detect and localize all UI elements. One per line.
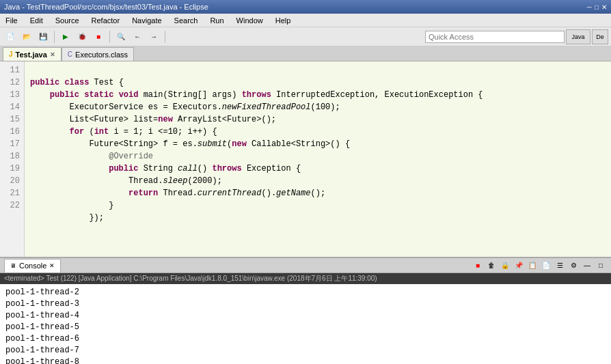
title-text: Java - TestThreadPool/src/com/bjsx/test0… [4,3,208,11]
code-line-17: @Override [30,152,153,161]
toolbar-save[interactable]: 💾 [36,29,51,44]
output-line-6: pool-1-thread-7 [5,345,606,356]
output-line-3: pool-1-thread-4 [5,310,606,322]
output-line-5: pool-1-thread-6 [5,333,606,345]
line-num-19: 19 [4,163,20,175]
code-line-19: Thread.sleep(2000); [30,176,222,186]
code-line-22: }); [30,213,104,223]
code-line-21: } [30,201,113,210]
line-num-16: 16 [4,126,20,138]
menu-run[interactable]: Run [207,16,226,25]
menu-bar: File Edit Source Refactor Navigate Searc… [0,14,611,27]
menu-navigate[interactable]: Navigate [129,16,164,25]
toolbar-debug[interactable]: 🐞 [74,29,90,44]
console-minimize[interactable]: — [581,260,593,272]
console-pin[interactable]: 📌 [513,260,525,272]
code-line-16: Future<String> f = es.submit(new Callabl… [30,139,350,149]
console-scroll-lock[interactable]: 🔒 [499,260,511,272]
console-paste[interactable]: 📄 [540,260,552,272]
line-num-14: 14 [4,101,20,113]
console-tab-icon: 🖥 [10,262,16,269]
menu-source[interactable]: Source [53,16,82,25]
maximize-btn[interactable]: □ [595,3,599,11]
console-tab-close[interactable]: ✕ [49,262,55,269]
toolbar-run[interactable]: ▶ [58,29,73,44]
toolbar-sep-2 [109,31,110,43]
toolbar-sep-3 [165,31,165,43]
code-line-14: List<Future> list=new ArrayList<Future>(… [30,115,276,124]
code-line-15: for (int i = 1; i <=10; i++) { [30,127,217,137]
line-num-18: 18 [4,150,20,163]
tab-test-java-label: Test.java [16,51,47,59]
line-num-11: 11 [4,64,20,76]
code-line-13: ExecutorService es = Executors.newFixedT… [30,102,340,112]
toolbar-sep-1 [54,31,55,43]
console-toolbar: ■ 🗑 🔒 📌 📋 📄 ☰ ⚙ — □ [472,260,607,272]
menu-search[interactable]: Search [172,16,201,25]
code-line-18: public String call() throws Exception { [30,164,301,173]
line-num-21: 21 [4,187,20,199]
output-line-1: pool-1-thread-2 [5,287,606,298]
line-num-22: 22 [4,199,20,212]
code-line-12: public static void main(String[] args) t… [30,90,483,100]
output-line-7: pool-1-thread-8 [5,356,606,364]
close-btn[interactable]: ✕ [601,3,607,11]
toolbar-back[interactable]: ← [130,29,145,44]
java-file-icon: J [9,51,13,58]
console-header: 🖥 Console ✕ ■ 🗑 🔒 📌 📋 📄 ☰ ⚙ — □ [0,258,611,273]
line-num-13: 13 [4,89,20,101]
toolbar: 📄 📂 💾 ▶ 🐞 ■ 🔍 ← → Java De [0,27,611,46]
class-file-icon: C [68,51,72,58]
console-tab-label: Console [19,262,46,270]
editor-area: 11 12 13 14 15 16 17 18 19 20 21 22 publ… [0,61,611,257]
console-status-text: <terminated> Test (122) [Java Applicatio… [4,274,377,283]
menu-file[interactable]: File [3,16,21,25]
line-num-12: 12 [4,76,20,89]
tab-executors-class[interactable]: C Executors.class [62,47,134,61]
console-settings[interactable]: ⚙ [567,260,580,272]
console-copy[interactable]: 📋 [526,260,539,272]
output-line-4: pool-1-thread-5 [5,322,606,333]
line-numbers: 11 12 13 14 15 16 17 18 19 20 21 22 [0,61,25,257]
line-num-15: 15 [4,113,20,126]
title-bar: Java - TestThreadPool/src/com/bjsx/test0… [0,0,611,14]
menu-window[interactable]: Window [234,16,266,25]
console-tab[interactable]: 🖥 Console ✕ [4,259,61,272]
tab-test-java[interactable]: J Test.java ✕ [3,47,62,61]
console-maximize[interactable]: □ [595,260,607,272]
code-line-20: return Thread.currentThread().getName(); [30,188,325,198]
minimize-btn[interactable]: ─ [587,3,592,11]
console-terminate[interactable]: ■ [472,260,484,272]
tab-test-java-close[interactable]: ✕ [50,51,55,58]
code-line-11: public class Test { [30,78,124,87]
debug-perspective-btn[interactable]: De [592,29,608,44]
tab-executors-label: Executors.class [75,51,128,59]
console-select-all[interactable]: ☰ [554,260,566,272]
menu-edit[interactable]: Edit [27,16,46,25]
line-num-17: 17 [4,138,20,150]
toolbar-new[interactable]: 📄 [3,29,18,44]
menu-refactor[interactable]: Refactor [89,16,123,25]
toolbar-stop[interactable]: ■ [91,29,106,44]
editor-tabs: J Test.java ✕ C Executors.class [0,46,611,61]
java-perspective-btn[interactable]: Java [566,29,590,44]
line-num-20: 20 [4,175,20,187]
output-line-2: pool-1-thread-3 [5,298,606,310]
console-output[interactable]: pool-1-thread-2 pool-1-thread-3 pool-1-t… [0,284,611,364]
console-area: 🖥 Console ✕ ■ 🗑 🔒 📌 📋 📄 ☰ ⚙ — □ <termina… [0,257,611,364]
menu-help[interactable]: Help [273,16,294,25]
toolbar-open[interactable]: 📂 [19,29,34,44]
quick-access-input[interactable] [425,31,565,43]
code-editor[interactable]: public class Test { public static void m… [25,61,611,257]
console-status: <terminated> Test (122) [Java Applicatio… [0,273,611,284]
console-clear[interactable]: 🗑 [485,260,498,272]
toolbar-forward[interactable]: → [146,29,161,44]
toolbar-search[interactable]: 🔍 [113,29,128,44]
